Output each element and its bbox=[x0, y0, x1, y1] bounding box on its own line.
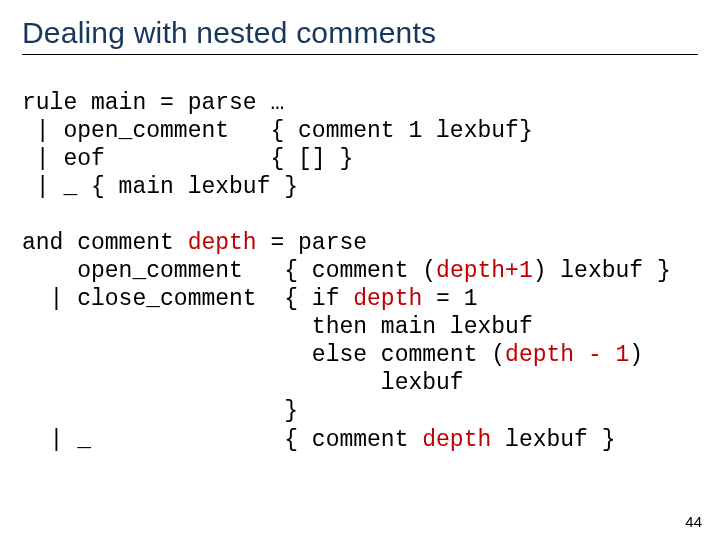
code-line-5c: = parse bbox=[257, 230, 367, 256]
code-line-3: | eof { [] } bbox=[22, 146, 353, 172]
code-line-1: rule main = parse … bbox=[22, 90, 284, 116]
code-line-6c: ) lexbuf } bbox=[533, 258, 671, 284]
code-line-6b: depth+1 bbox=[436, 258, 533, 284]
code-line-2: | open_comment { comment 1 lexbuf} bbox=[22, 118, 533, 144]
code-line-6a: open_comment { comment ( bbox=[22, 258, 436, 284]
code-line-7c: = 1 bbox=[422, 286, 477, 312]
code-line-9b: depth - 1 bbox=[505, 342, 629, 368]
code-line-10: lexbuf bbox=[22, 370, 464, 396]
code-line-12a: | _ { comment bbox=[22, 427, 422, 453]
page-number: 44 bbox=[685, 513, 702, 530]
code-line-8: then main lexbuf bbox=[22, 314, 533, 340]
code-line-12c: lexbuf } bbox=[491, 427, 615, 453]
title-rule bbox=[22, 54, 698, 55]
code-line-4: | _ { main lexbuf } bbox=[22, 174, 298, 200]
code-line-7b: depth bbox=[353, 286, 422, 312]
code-line-11: } bbox=[22, 398, 298, 424]
code-line-5b: depth bbox=[188, 230, 257, 256]
code-line-9a: else comment ( bbox=[22, 342, 505, 368]
slide-title: Dealing with nested comments bbox=[22, 16, 698, 50]
code-block: rule main = parse … | open_comment { com… bbox=[22, 89, 698, 454]
code-line-12b: depth bbox=[422, 427, 491, 453]
code-block-2: and comment depth = parse open_comment {… bbox=[22, 229, 698, 453]
code-line-7a: | close_comment { if bbox=[22, 286, 353, 312]
code-line-9c: ) bbox=[629, 342, 643, 368]
code-line-5a: and comment bbox=[22, 230, 188, 256]
slide: Dealing with nested comments rule main =… bbox=[0, 0, 720, 540]
